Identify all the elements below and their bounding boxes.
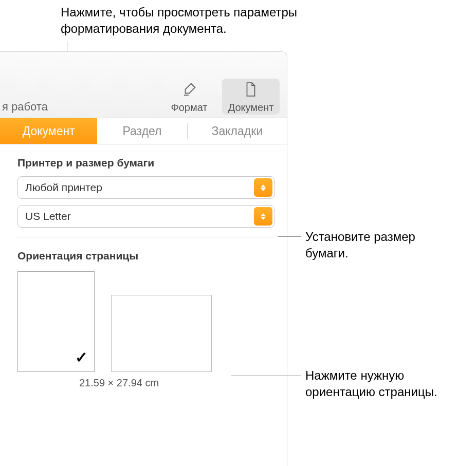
callout-top-text: Нажмите, чтобы просмотреть параметры фор… [61, 4, 318, 38]
orientation-row: ✓ [17, 271, 274, 372]
section-divider [17, 237, 274, 237]
chevron-updown-icon [254, 178, 272, 197]
format-button[interactable]: Формат [160, 79, 218, 115]
document-button-label: Документ [228, 102, 274, 114]
tab-document[interactable]: Документ [0, 118, 97, 144]
callout-paper-leader [278, 236, 301, 237]
tabs-row: Документ Раздел Закладки [0, 118, 287, 144]
page-dimensions: 21.59 × 27.94 cm [79, 377, 274, 389]
toolbar: я работа Формат Документ [0, 52, 287, 118]
format-button-label: Формат [171, 102, 207, 114]
check-icon: ✓ [75, 348, 88, 366]
orientation-portrait[interactable]: ✓ [17, 271, 95, 372]
tab-section[interactable]: Раздел [97, 118, 187, 144]
tab-bookmarks[interactable]: Закладки [188, 118, 287, 144]
orientation-section-title: Ориентация страницы [17, 250, 274, 262]
brush-icon [181, 82, 197, 100]
printer-dropdown[interactable]: Любой принтер [17, 176, 274, 199]
orientation-landscape[interactable] [111, 295, 212, 372]
chevron-updown-icon [254, 207, 272, 226]
toolbar-left-fragment: я работа [0, 100, 48, 114]
printer-dropdown-value: Любой принтер [25, 181, 102, 194]
callout-paper-text: Установите размер бумаги. [305, 229, 449, 261]
document-icon [244, 82, 258, 100]
document-panel: Принтер и размер бумаги Любой принтер US… [0, 144, 287, 389]
callout-orientation-text: Нажмите нужную ориентацию страницы. [305, 367, 470, 400]
printer-section-title: Принтер и размер бумаги [17, 157, 274, 169]
paper-size-dropdown-value: US Letter [25, 210, 71, 222]
toolbar-right-group: Формат Документ [160, 79, 280, 115]
paper-size-dropdown[interactable]: US Letter [17, 205, 274, 228]
document-button[interactable]: Документ [222, 79, 280, 115]
inspector-window: я работа Формат Документ [0, 51, 287, 466]
callout-orientation-leader [231, 376, 301, 376]
